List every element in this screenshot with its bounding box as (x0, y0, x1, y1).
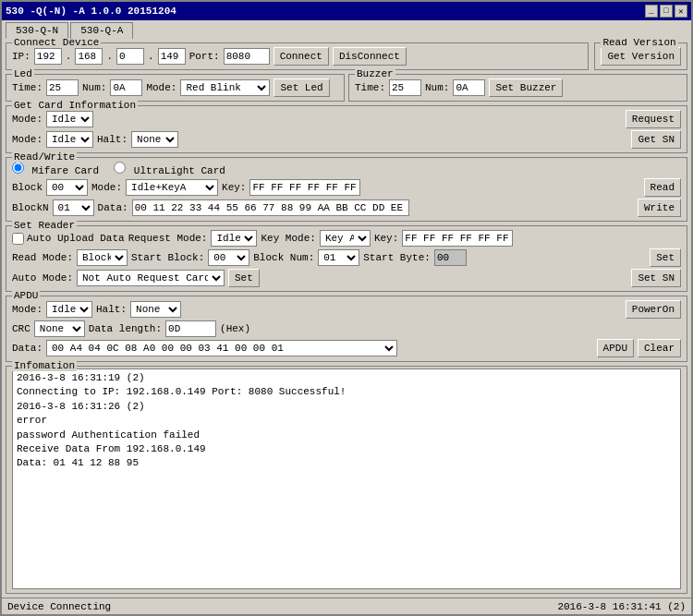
data-length-input[interactable] (165, 320, 216, 337)
main-content: Connect Device IP: . . . Port: Connect D… (2, 39, 691, 598)
request-mode-select[interactable]: IdleAuto (211, 230, 257, 247)
apdu-data-select[interactable]: 00 A4 04 0C 08 A0 00 00 03 41 00 00 01 (46, 340, 397, 356)
data-input[interactable] (132, 199, 409, 216)
mifare-radio-label[interactable]: Mifare Card (12, 162, 99, 176)
card-type-radio-group: Mifare Card UltraLight Card (12, 162, 681, 176)
write-button[interactable]: Write (638, 199, 681, 217)
led-buzzer-row: Led Time: Num: Mode: Red Blink Green Bli… (6, 74, 687, 102)
crc-label: CRC (12, 323, 30, 334)
get-version-button[interactable]: Get Version (601, 47, 681, 66)
set-reader-button[interactable]: Set (650, 248, 681, 267)
poweron-button[interactable]: PowerOn (626, 300, 681, 319)
info-line-1: Connecting to IP: 192.168.0.149 Port: 80… (17, 385, 676, 399)
set-reader-group: Set Reader Auto Upload Data Request Mode… (6, 225, 687, 292)
key-mode-select[interactable]: Key AKey B (320, 230, 371, 247)
led-num-label: Num: (82, 82, 106, 93)
auto-mode-select[interactable]: Not Auto Request Card Auto Request Card (77, 270, 225, 286)
key-input[interactable] (249, 179, 360, 196)
ip-dot-1: . (66, 51, 72, 62)
set-reader-row3: Auto Mode: Not Auto Request Card Auto Re… (12, 269, 681, 287)
rw-mode-select[interactable]: Idle+KeyA Idle+KeyB Auto+KeyA (126, 179, 218, 196)
apdu-halt-select[interactable]: NoneHalt (130, 301, 181, 318)
apdu-mode-label: Mode: (12, 304, 43, 315)
buzzer-num-input[interactable] (453, 79, 485, 96)
clear-button[interactable]: Clear (638, 339, 681, 357)
led-time-input[interactable] (46, 79, 79, 96)
disconnect-button[interactable]: DisConnect (333, 47, 407, 66)
set-led-button[interactable]: Set Led (274, 79, 329, 97)
auto-set-button[interactable]: Set (228, 269, 260, 287)
ultralight-radio-label[interactable]: UltraLight Card (114, 162, 225, 176)
buzzer-num-label: Num: (425, 82, 449, 93)
minimize-button[interactable]: _ (645, 5, 658, 18)
read-mode-select[interactable]: BlockSector (77, 249, 128, 266)
getsn-button[interactable]: Get SN (631, 130, 681, 149)
buzzer-row: Time: Num: Set Buzzer (355, 79, 681, 97)
apdu-group: APDU Mode: IdleAuto Halt: NoneHalt Power… (6, 296, 687, 362)
auto-mode-label: Auto Mode: (12, 272, 73, 284)
start-block-select[interactable]: 000102 (208, 249, 249, 266)
tab-530-q-a[interactable]: 530-Q-A (70, 22, 133, 39)
get-card-row2: Mode: Idle Auto Halt: None Halt Get SN (12, 130, 681, 149)
mifare-radio[interactable] (12, 162, 24, 174)
request-button[interactable]: Request (626, 110, 681, 128)
ip-octet-4[interactable] (158, 48, 186, 65)
buzzer-label: Buzzer (355, 68, 395, 79)
start-byte-label: Start Byte: (363, 252, 431, 263)
sr-key-input[interactable] (402, 230, 513, 247)
info-line-6: Data: 01 41 12 88 95 (17, 456, 676, 470)
card-mode2-select[interactable]: Idle Auto (46, 131, 93, 148)
hex-label: (Hex) (220, 323, 250, 334)
ip-octet-2[interactable] (75, 48, 103, 65)
get-card-label: Get Card Information (12, 100, 138, 111)
apdu-mode-select[interactable]: IdleAuto (46, 301, 92, 318)
led-row: Time: Num: Mode: Red Blink Green Blink B… (12, 79, 338, 97)
start-byte-input[interactable] (434, 249, 467, 266)
sr-key-label: Key: (374, 233, 398, 244)
read-button[interactable]: Read (644, 178, 681, 197)
led-group: Led Time: Num: Mode: Red Blink Green Bli… (6, 74, 345, 102)
halt-select[interactable]: None Halt (131, 131, 178, 148)
card-mode-select[interactable]: Idle Auto (46, 111, 93, 127)
set-sn-button[interactable]: Set SN (631, 269, 681, 287)
info-group: Infomation 2016-3-8 16:31:19 (2) Connect… (6, 366, 687, 594)
connect-device-label: Connect Device (12, 39, 101, 48)
status-right: 2016-3-8 16:31:41 (2) (557, 601, 686, 612)
led-mode-select[interactable]: Red Blink Green Blink Blue Blink Off (180, 79, 270, 96)
read-write-row1: Block 00010203 Mode: Idle+KeyA Idle+KeyB… (12, 178, 681, 197)
set-reader-row2: Read Mode: BlockSector Start Block: 0001… (12, 248, 681, 267)
led-time-label: Time: (12, 82, 43, 93)
connect-row: IP: . . . Port: Connect DisConnect (12, 47, 582, 66)
read-write-row2: BlockN 010203 Data: Write (12, 199, 681, 217)
halt-label: Halt: (97, 134, 128, 145)
key-mode-label: Key Mode: (261, 233, 315, 244)
ip-octet-3[interactable] (116, 48, 144, 65)
crc-select[interactable]: NoneCRC (34, 320, 85, 337)
tab-530-q-n[interactable]: 530-Q-N (6, 22, 68, 39)
buzzer-time-input[interactable] (389, 79, 421, 96)
read-write-label: Read/Write (12, 151, 77, 163)
ip-dot-3: . (148, 51, 154, 62)
port-input[interactable] (224, 48, 270, 65)
ultralight-radio[interactable] (114, 162, 126, 174)
ip-octet-1[interactable] (34, 48, 62, 65)
auto-upload-checkbox[interactable] (12, 233, 24, 245)
ip-dot-2: . (106, 51, 113, 62)
read-mode-label: Read Mode: (12, 252, 73, 263)
blockn-select[interactable]: 010203 (53, 199, 94, 216)
maximize-button[interactable]: □ (660, 5, 673, 18)
ip-label: IP: (12, 51, 30, 62)
ultralight-label: UltraLight Card (134, 165, 225, 176)
buzzer-time-label: Time: (355, 82, 385, 93)
start-block-label: Start Block: (131, 252, 204, 263)
auto-upload-label: Auto Upload Data (12, 233, 125, 245)
set-buzzer-button[interactable]: Set Buzzer (489, 79, 563, 97)
block-num-label: Block Num: (253, 252, 314, 263)
apdu-button[interactable]: APDU (597, 339, 634, 357)
block-label: Block (12, 182, 43, 193)
block-num-select[interactable]: 010203 (318, 249, 359, 266)
close-button[interactable]: ✕ (675, 5, 687, 18)
block-select[interactable]: 00010203 (46, 179, 88, 196)
led-num-input[interactable] (110, 79, 142, 96)
connect-button[interactable]: Connect (274, 47, 329, 66)
